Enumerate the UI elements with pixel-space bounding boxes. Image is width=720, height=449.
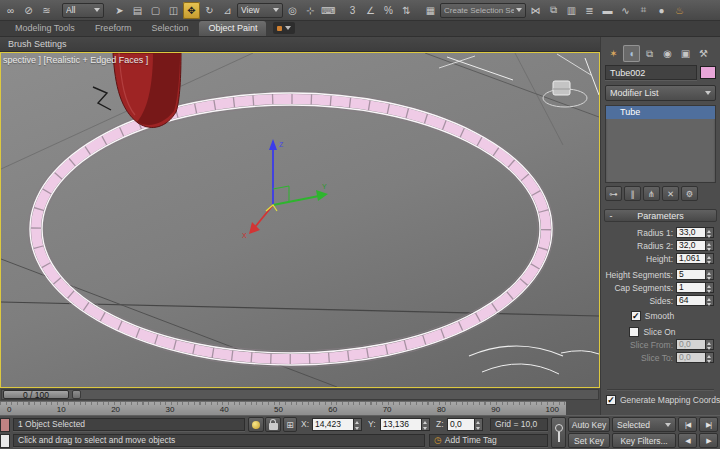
parameters-rollout-header[interactable]: - Parameters [604, 209, 717, 222]
select-and-manipulate-icon[interactable]: ⊹ [302, 2, 319, 19]
maxscript-mini-listener-macro[interactable] [0, 418, 10, 432]
scene-explorer-icon[interactable]: ▥ [563, 2, 580, 19]
tab-utilities-icon[interactable]: ⚒ [695, 45, 712, 62]
tab-display-icon[interactable]: ▣ [677, 45, 694, 62]
mirror-icon[interactable]: ⋈ [527, 2, 544, 19]
height-input[interactable]: 1,061 [676, 253, 706, 264]
modifier-stack[interactable]: Tube [605, 105, 716, 183]
slice-on-checkbox[interactable] [629, 327, 639, 337]
previous-frame-button[interactable]: ◀ [678, 433, 697, 448]
ribbon-options-button[interactable] [273, 22, 295, 34]
ribbon-tab-selection[interactable]: Selection [142, 21, 197, 36]
render-setup-icon[interactable]: ♨ [671, 2, 688, 19]
angle-snap-icon[interactable]: ∠ [362, 2, 379, 19]
selection-filter-dropdown[interactable]: All [62, 3, 104, 18]
window-crossing-icon[interactable]: ◫ [165, 2, 182, 19]
select-and-scale-icon[interactable]: ⊿ [219, 2, 236, 19]
configure-modifier-sets-icon[interactable]: ⚙ [681, 186, 698, 201]
cap-segments-input[interactable]: 1 [676, 282, 706, 293]
radius2-spinner[interactable] [706, 240, 714, 251]
coord-x-input[interactable]: 14,423 [312, 418, 354, 431]
select-by-name-icon[interactable]: ▤ [129, 2, 146, 19]
select-and-rotate-icon[interactable]: ↻ [201, 2, 218, 19]
helper-object[interactable] [543, 81, 587, 107]
generate-mapping-checkbox[interactable]: ✓ [606, 395, 616, 405]
remove-modifier-icon[interactable]: ✕ [662, 186, 679, 201]
radius1-spinner[interactable] [706, 227, 714, 238]
make-unique-icon[interactable]: ⋔ [643, 186, 660, 201]
next-frame-button[interactable]: ▶ [699, 433, 718, 448]
selection-lock-toggle[interactable] [265, 417, 281, 432]
radius2-input[interactable]: 32,0 [676, 240, 706, 251]
height-segments-input[interactable]: 5 [676, 269, 706, 280]
schematic-view-icon[interactable]: ⌗ [635, 2, 652, 19]
auto-key-button[interactable]: Auto Key [568, 417, 610, 432]
coord-z-spinner[interactable] [475, 418, 483, 431]
align-icon[interactable]: ⧉ [545, 2, 562, 19]
move-gizmo[interactable]: Z Y X [242, 139, 328, 239]
select-and-link-icon[interactable]: ∞ [2, 2, 19, 19]
named-selection-sets-dropdown[interactable]: Create Selection Se [440, 3, 526, 18]
go-to-end-button[interactable]: ▶| [699, 417, 718, 432]
layer-manager-icon[interactable]: ≣ [581, 2, 598, 19]
tab-motion-icon[interactable]: ◉ [659, 45, 676, 62]
unlink-selection-icon[interactable]: ⊘ [20, 2, 37, 19]
radius1-input[interactable]: 33,0 [676, 227, 706, 238]
use-pivot-point-center-icon[interactable]: ◎ [284, 2, 301, 19]
object-color-swatch[interactable] [700, 66, 716, 79]
viewport-perspective[interactable]: Z Y X spective ] [Realistic + Edged Face… [0, 52, 600, 388]
curve-editor-icon[interactable]: ∿ [617, 2, 634, 19]
key-filter-scope-dropdown[interactable]: Selected [612, 417, 676, 432]
time-slider-nub[interactable] [72, 390, 81, 399]
ribbon-tab-object-paint[interactable]: Object Paint [199, 21, 266, 36]
viewport-canvas[interactable]: Z Y X [1, 53, 599, 387]
tab-create-icon[interactable]: ✶ [605, 45, 622, 62]
time-slider-track[interactable]: 0 / 100 [1, 389, 599, 400]
sides-spinner[interactable] [706, 295, 714, 306]
object-name-field[interactable]: Tube002 [605, 65, 697, 80]
go-to-start-button[interactable]: |◀ [678, 417, 697, 432]
key-filters-button[interactable]: Key Filters... [612, 433, 676, 448]
material-editor-icon[interactable]: ● [653, 2, 670, 19]
tab-hierarchy-icon[interactable]: ⧉ [641, 45, 658, 62]
keyboard-shortcut-override-icon[interactable]: ⌨ [320, 2, 337, 19]
track-bar-ruler[interactable]: 0 10 20 30 40 50 60 70 80 90 100 [0, 401, 566, 415]
pin-stack-icon[interactable]: ⊶ [605, 186, 622, 201]
viewport-label[interactable]: spective ] [Realistic + Edged Faces ] [3, 55, 148, 65]
reference-coordinate-system-dropdown[interactable]: View [237, 3, 283, 18]
time-slider-handle[interactable]: 0 / 100 [3, 390, 69, 399]
snap-toggle-3d-icon[interactable]: 3 [344, 2, 361, 19]
coord-y-spinner[interactable] [422, 418, 430, 431]
isolate-selection-toggle[interactable] [248, 417, 264, 432]
modifier-list-dropdown[interactable]: Modifier List [605, 85, 716, 101]
set-key-mode-toggle[interactable] [551, 417, 566, 448]
graphite-ribbon-toggle-icon[interactable]: ▬ [599, 2, 616, 19]
select-object-icon[interactable]: ➤ [111, 2, 128, 19]
smooth-checkbox[interactable]: ✓ [631, 311, 641, 321]
time-slider[interactable]: 0 / 100 [0, 388, 600, 401]
add-time-tag-field[interactable]: ◷ Add Time Tag [429, 434, 548, 447]
rectangular-selection-region-icon[interactable]: ▢ [147, 2, 164, 19]
show-end-result-icon[interactable]: ∥ [624, 186, 641, 201]
height-spinner[interactable] [706, 253, 714, 264]
cap-segments-spinner[interactable] [706, 282, 714, 293]
select-and-move-icon[interactable]: ✥ [183, 2, 200, 19]
brush-settings-panel-tab[interactable]: Brush Settings [8, 39, 67, 49]
coord-y-input[interactable]: 13,136 [380, 418, 422, 431]
set-key-button[interactable]: Set Key [568, 433, 610, 448]
ribbon-tab-modeling-tools[interactable]: Modeling Tools [6, 21, 84, 36]
maxscript-mini-listener[interactable] [0, 434, 10, 448]
track-bar[interactable]: 0 10 20 30 40 50 60 70 80 90 100 [0, 401, 600, 415]
height-segments-spinner[interactable] [706, 269, 714, 280]
spinner-snap-icon[interactable]: ⇅ [398, 2, 415, 19]
bind-to-space-warp-icon[interactable]: ≋ [38, 2, 55, 19]
ribbon-tab-freeform[interactable]: Freeform [86, 21, 141, 36]
coord-z-input[interactable]: 0,0 [447, 418, 475, 431]
transform-typein-mode-button[interactable]: ⊞ [283, 417, 297, 432]
tube-object[interactable] [28, 91, 554, 367]
coord-x-spinner[interactable] [354, 418, 362, 431]
tab-modify-icon[interactable]: ◖ [623, 45, 640, 62]
sides-input[interactable]: 64 [676, 295, 706, 306]
percent-snap-icon[interactable]: % [380, 2, 397, 19]
edit-named-selection-sets-icon[interactable]: ▦ [422, 2, 439, 19]
